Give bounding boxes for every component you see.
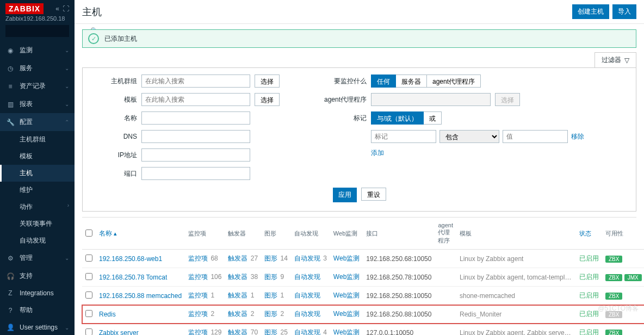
eye-icon: ◉ (5, 47, 15, 54)
wrench-icon: 🔧 (5, 119, 15, 126)
row-checkbox[interactable] (85, 328, 92, 336)
expand-icon[interactable]: ⛶ (63, 5, 69, 13)
collapse-icon[interactable]: « (55, 5, 59, 13)
sidebar: ZABBIX « ⛶ Zabbix192.168.250.18 🔍 ◉监测⌄ ◷… (0, 0, 75, 335)
question-icon: ? (5, 307, 15, 314)
status-link[interactable]: 已启用 (579, 255, 599, 262)
nav-reports[interactable]: ▥报表⌄ (0, 95, 75, 113)
alert-text: 已添加主机 (104, 34, 137, 44)
nav-services[interactable]: ◷服务⌄ (0, 59, 75, 77)
table-row: 192.168.250.88 memcached 监控项 1 触发器 1 图形 … (82, 287, 644, 305)
check-icon: ✓ (88, 33, 99, 44)
host-link[interactable]: Redis (99, 311, 116, 318)
nav-admin[interactable]: ⚙管理⌄ (0, 249, 75, 267)
hosts-table: 名称 ▴ 监控项 触发器 图形 自动发现 Web监测 接口 agent代理程序 … (82, 218, 644, 335)
tag-value-input[interactable] (503, 130, 568, 143)
sub-actions[interactable]: 动作› (0, 198, 75, 215)
tag-op-select[interactable]: 包含 (439, 130, 499, 143)
col-status[interactable]: 状态 (576, 218, 602, 250)
z-icon: Z (5, 289, 15, 297)
chart-icon: ▥ (5, 101, 15, 108)
tags-or[interactable]: 或 (424, 111, 442, 125)
template-input[interactable] (141, 93, 250, 106)
col-name[interactable]: 名称 ▴ (96, 218, 185, 250)
user-icon: 👤 (5, 324, 15, 331)
template-select[interactable]: 选择 (255, 93, 280, 106)
dns-input[interactable] (141, 130, 250, 143)
proxy-select: 选择 (495, 93, 520, 106)
name-input[interactable] (141, 111, 250, 125)
status-link[interactable]: 已启用 (579, 328, 599, 335)
select-all-checkbox[interactable] (85, 229, 92, 237)
row-checkbox[interactable] (85, 255, 92, 262)
page-title: 主机 (82, 5, 102, 18)
seg-any[interactable]: 任何 (371, 75, 396, 88)
seg-server[interactable]: 服务器 (396, 75, 427, 88)
tag-name-input[interactable] (371, 130, 436, 143)
seg-proxy[interactable]: agent代理程序 (427, 75, 481, 88)
server-label: Zabbix192.168.250.18 (0, 15, 75, 25)
success-alert: ✓ 已添加主机 (82, 29, 636, 48)
funnel-icon: ▽ (624, 57, 629, 64)
nav-inventory[interactable]: ≡资产记录⌄ (0, 77, 75, 95)
table-row: Zabbix server 监控项 129 触发器 70 图形 25 自动发现 … (82, 324, 644, 336)
port-input[interactable] (141, 167, 250, 180)
table-row: Redis 监控项 2 触发器 2 图形 2 自动发现 Web监测 192.16… (82, 305, 644, 324)
sub-maintenance[interactable]: 维护 (0, 182, 75, 198)
status-link[interactable]: 已启用 (579, 273, 599, 281)
watermark: @51CTO博客 (598, 304, 639, 313)
logo[interactable]: ZABBIX (5, 3, 44, 14)
sub-hostgroups[interactable]: 主机群组 (0, 131, 75, 148)
nav-support[interactable]: 🎧支持 (0, 267, 75, 285)
proxy-input (371, 93, 491, 106)
sub-correlation[interactable]: 关联项事件 (0, 215, 75, 232)
row-checkbox[interactable] (85, 273, 92, 280)
row-checkbox[interactable] (85, 310, 92, 317)
hostgroup-input[interactable] (141, 75, 250, 88)
tag-remove-link[interactable]: 移除 (571, 132, 584, 141)
ip-input[interactable] (141, 148, 250, 162)
tag-add-link[interactable]: 添加 (371, 148, 384, 158)
nav-help[interactable]: ?帮助 (0, 301, 75, 319)
chevron-up-icon: ⌃ (65, 119, 69, 125)
sub-discovery[interactable]: 自动发现 (0, 232, 75, 249)
host-link[interactable]: 192.168.250.68-web1 (99, 255, 162, 263)
table-row: 192.168.250.78 Tomcat 监控项 106 触发器 38 图形 … (82, 268, 644, 287)
clock-icon: ◷ (5, 65, 15, 72)
list-icon: ≡ (5, 83, 15, 90)
row-checkbox[interactable] (85, 291, 92, 299)
nav-config[interactable]: 🔧配置⌃ (0, 113, 75, 131)
import-button[interactable]: 导入 (612, 4, 636, 19)
sub-hosts[interactable]: 主机 (0, 165, 75, 182)
gear-icon: ⚙ (5, 255, 15, 262)
host-link[interactable]: Zabbix server (99, 329, 139, 336)
tags-andor[interactable]: 与/或（默认） (371, 111, 424, 125)
host-link[interactable]: 192.168.250.78 Tomcat (99, 274, 167, 281)
nav-monitoring[interactable]: ◉监测⌄ (0, 41, 75, 59)
nav-user[interactable]: 👤User settings⌄ (0, 319, 75, 335)
filter-panel: 主机群组选择 模板选择 名称 DNS IP地址 端口 要监控什么 任何 服务器 … (82, 67, 636, 212)
reset-button[interactable]: 重设 (361, 188, 386, 201)
apply-button[interactable]: 应用 (333, 188, 357, 202)
status-link[interactable]: 已启用 (579, 310, 599, 318)
hostgroup-select[interactable]: 选择 (255, 75, 280, 88)
create-host-button[interactable]: 创建主机 (572, 4, 609, 19)
main-content: 主机 创建主机 导入 ✓ 已添加主机 过滤器 ▽ 主机群组选择 模板选择 名称 … (75, 0, 644, 335)
chevron-down-icon: ⌄ (65, 47, 69, 53)
monitored-segment: 任何 服务器 agent代理程序 (371, 75, 481, 88)
nav-integrations[interactable]: ZIntegrations (0, 285, 75, 301)
sidebar-search[interactable]: 🔍 (5, 25, 69, 37)
host-link[interactable]: 192.168.250.88 memcached (99, 292, 182, 300)
status-link[interactable]: 已启用 (579, 291, 599, 299)
sub-templates[interactable]: 模板 (0, 148, 75, 165)
headset-icon: 🎧 (5, 272, 15, 280)
filter-tab[interactable]: 过滤器 ▽ (595, 52, 636, 67)
table-row: 192.168.250.68-web1 监控项 68 触发器 27 图形 14 … (82, 250, 644, 268)
